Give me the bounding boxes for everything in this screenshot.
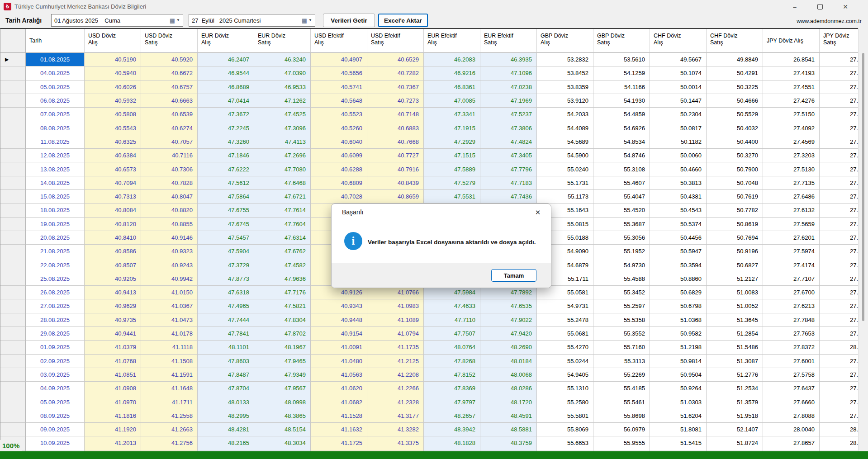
row-selector[interactable] xyxy=(0,423,26,436)
rate-cell[interactable]: 55.3108 xyxy=(593,162,650,176)
rate-cell[interactable]: 40.5940 xyxy=(85,66,141,80)
rate-cell[interactable]: 27.4551 xyxy=(763,80,820,94)
rate-cell[interactable]: 40.6099 xyxy=(311,149,367,162)
rate-cell[interactable]: 27.9493 xyxy=(820,327,858,341)
rate-cell[interactable]: 27.7653 xyxy=(763,327,820,341)
rate-cell[interactable]: 47.8268 xyxy=(424,355,480,368)
rate-cell[interactable]: 47.1262 xyxy=(254,94,311,108)
rate-cell[interactable]: 51.0368 xyxy=(650,313,707,327)
rate-cell[interactable]: 50.3594 xyxy=(650,258,707,272)
rate-cell[interactable]: 27.7962 xyxy=(820,203,858,217)
rate-cell[interactable]: 41.1711 xyxy=(141,395,198,409)
rate-cell[interactable]: 41.2756 xyxy=(141,436,198,450)
column-header[interactable]: GBP DövizSatış xyxy=(593,29,650,53)
row-selector[interactable] xyxy=(0,135,26,149)
rate-cell[interactable]: 47.1915 xyxy=(424,121,480,135)
rate-cell[interactable]: 50.3270 xyxy=(707,149,763,162)
rate-cell[interactable]: 47.8304 xyxy=(254,313,311,327)
rate-cell[interactable]: 27.8318 xyxy=(820,190,858,203)
date-cell[interactable]: 21.08.2025 xyxy=(26,245,85,258)
row-selector[interactable] xyxy=(0,355,26,368)
rate-cell[interactable]: 50.8860 xyxy=(650,272,707,286)
rate-cell[interactable]: 50.5374 xyxy=(650,218,707,231)
rate-cell[interactable]: 47.7507 xyxy=(424,327,480,341)
rate-cell[interactable]: 54.1166 xyxy=(593,80,650,94)
rate-cell[interactable]: 40.9343 xyxy=(311,299,367,313)
rate-cell[interactable]: 46.2407 xyxy=(198,53,254,66)
row-selector[interactable] xyxy=(0,341,26,354)
rate-cell[interactable]: 47.7444 xyxy=(198,313,254,327)
rate-cell[interactable]: 47.7176 xyxy=(254,286,311,299)
row-selector[interactable] xyxy=(0,286,26,299)
rate-cell[interactable]: 40.7116 xyxy=(141,149,198,162)
rate-cell[interactable]: 48.3759 xyxy=(480,436,537,450)
column-header[interactable]: EUR EfektifSatış xyxy=(480,29,537,53)
rate-cell[interactable]: 48.1101 xyxy=(198,341,254,354)
rate-cell[interactable]: 48.3865 xyxy=(254,409,311,423)
rate-cell[interactable]: 50.9264 xyxy=(650,382,707,395)
rate-cell[interactable]: 27.4193 xyxy=(763,66,820,80)
rate-cell[interactable]: 27.5974 xyxy=(763,245,820,258)
row-selector[interactable] xyxy=(0,327,26,341)
rate-cell[interactable]: 40.7282 xyxy=(367,66,424,80)
rate-cell[interactable]: 47.3341 xyxy=(424,108,480,121)
date-cell[interactable]: 05.08.2025 xyxy=(26,80,85,94)
rate-cell[interactable]: 27.6700 xyxy=(763,286,820,299)
rate-cell[interactable]: 41.1632 xyxy=(311,423,367,436)
rate-cell[interactable]: 40.5648 xyxy=(311,94,367,108)
rate-cell[interactable]: 55.5358 xyxy=(593,313,650,327)
rate-cell[interactable]: 51.5415 xyxy=(650,436,707,450)
rate-cell[interactable]: 27.4092 xyxy=(763,121,820,135)
rate-cell[interactable]: 27.7135 xyxy=(763,176,820,190)
row-selector[interactable] xyxy=(0,94,26,108)
date-cell[interactable]: 10.09.2025 xyxy=(26,436,85,450)
rate-cell[interactable]: 26.8541 xyxy=(763,53,820,66)
rate-cell[interactable]: 47.5821 xyxy=(254,299,311,313)
rate-cell[interactable]: 27.6132 xyxy=(763,203,820,217)
rate-cell[interactable]: 40.7306 xyxy=(141,162,198,176)
rate-cell[interactable]: 50.3225 xyxy=(707,80,763,94)
rate-cell[interactable]: 40.6288 xyxy=(311,162,367,176)
rate-cell[interactable]: 27.4569 xyxy=(763,135,820,149)
rate-cell[interactable]: 27.5758 xyxy=(763,368,820,382)
rate-cell[interactable]: 40.8586 xyxy=(85,245,141,258)
rate-cell[interactable]: 41.2013 xyxy=(85,436,141,450)
rate-cell[interactable]: 50.6798 xyxy=(650,299,707,313)
rate-cell[interactable]: 40.5656 xyxy=(311,66,367,80)
rate-cell[interactable]: 47.1096 xyxy=(480,66,537,80)
rate-cell[interactable]: 47.6762 xyxy=(254,245,311,258)
rate-cell[interactable]: 55.4607 xyxy=(593,176,650,190)
dialog-close-button[interactable]: ✕ xyxy=(533,208,543,218)
rate-cell[interactable]: 47.0414 xyxy=(198,94,254,108)
rate-cell[interactable]: 47.7110 xyxy=(424,313,480,327)
rate-cell[interactable]: 51.2127 xyxy=(707,272,763,286)
rate-cell[interactable]: 55.5461 xyxy=(593,395,650,409)
rate-cell[interactable]: 47.3260 xyxy=(198,135,254,149)
rate-cell[interactable]: 54.8746 xyxy=(593,149,650,162)
rate-cell[interactable]: 55.6653 xyxy=(537,436,593,450)
rate-cell[interactable]: 50.4032 xyxy=(707,121,763,135)
rate-cell[interactable]: 41.2663 xyxy=(141,423,198,436)
rate-cell[interactable]: 48.5154 xyxy=(254,423,311,436)
date-cell[interactable]: 27.08.2025 xyxy=(26,299,85,313)
rate-cell[interactable]: 40.6040 xyxy=(311,135,367,149)
rate-cell[interactable]: 50.1074 xyxy=(650,66,707,80)
date-cell[interactable]: 04.09.2025 xyxy=(26,382,85,395)
rate-cell[interactable]: 28.0503 xyxy=(820,436,858,450)
rate-cell[interactable]: 47.7183 xyxy=(480,176,537,190)
date-cell[interactable]: 22.08.2025 xyxy=(26,258,85,272)
rate-cell[interactable]: 47.8152 xyxy=(424,368,480,382)
rate-cell[interactable]: 55.2580 xyxy=(537,395,593,409)
rate-cell[interactable]: 50.4660 xyxy=(650,162,707,176)
rate-cell[interactable]: 47.8773 xyxy=(198,272,254,286)
date-cell[interactable]: 15.08.2025 xyxy=(26,190,85,203)
rate-cell[interactable]: 41.0150 xyxy=(141,286,198,299)
rate-cell[interactable]: 41.0794 xyxy=(367,327,424,341)
date-cell[interactable]: 29.08.2025 xyxy=(26,327,85,341)
rate-cell[interactable]: 40.5932 xyxy=(85,94,141,108)
rate-cell[interactable]: 27.8493 xyxy=(820,395,858,409)
rate-cell[interactable]: 41.0091 xyxy=(311,341,367,354)
maximize-button[interactable] xyxy=(810,0,830,14)
row-selector[interactable] xyxy=(0,190,26,203)
rate-cell[interactable]: 48.0068 xyxy=(480,368,537,382)
